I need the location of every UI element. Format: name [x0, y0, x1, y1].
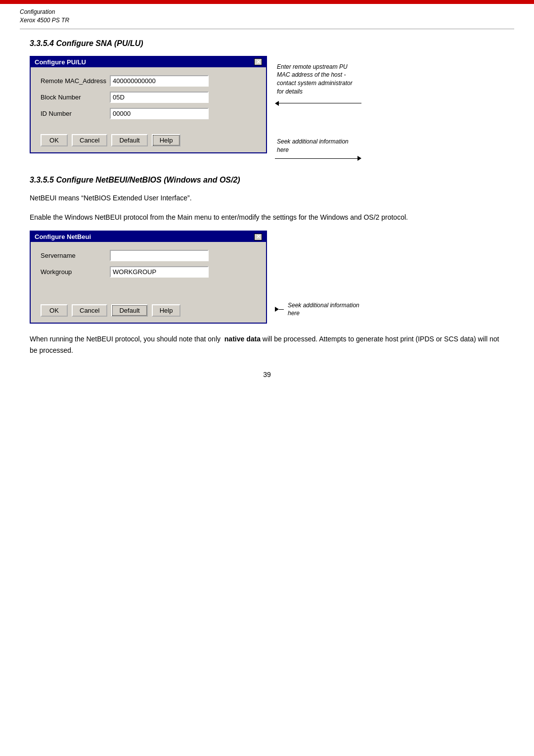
pulu-ok-button[interactable]: OK	[41, 134, 68, 146]
netbeui-default-button[interactable]: Default	[111, 304, 147, 317]
pulu-label-2: ID Number	[41, 110, 110, 117]
pulu-input-id[interactable]	[110, 108, 209, 119]
netbeui-dialog-body: Servername Workgroup	[31, 242, 266, 288]
netbeui-help-callout: Seek additional information here	[286, 299, 372, 320]
pulu-input-block[interactable]	[110, 92, 209, 103]
netbeui-cancel-button[interactable]: Cancel	[72, 304, 107, 317]
pulu-field-row-2: ID Number	[41, 108, 256, 119]
header-line2: Xerox 4500 PS TR	[20, 16, 514, 25]
netbeui-field-row-1: Workgroup	[41, 266, 256, 278]
netbeui-label-1: Workgroup	[41, 268, 110, 276]
section2-body2: Enable the Windows NetBEUI protocol from…	[30, 212, 504, 223]
pulu-input-mac[interactable]	[110, 75, 209, 87]
netbeui-dialog: Configure NetBeui ✕ Servername Workgroup	[30, 231, 267, 324]
netbeui-annotation-area: Seek additional information here	[275, 231, 372, 320]
header-line1: Configuration	[20, 8, 514, 16]
netbeui-annotation-wrapper: Seek additional information here	[275, 299, 372, 320]
header: Configuration Xerox 4500 PS TR	[0, 4, 534, 27]
pulu-dialog-buttons: OK Cancel Default Help	[31, 130, 266, 152]
section2-body3-prefix: When running the NetBEUI protocol, you s…	[30, 335, 224, 343]
netbeui-label-0: Servername	[41, 252, 110, 259]
pulu-dialog-title: Configure PU/LU	[35, 58, 86, 66]
netbeui-dialog-titlebar: Configure NetBeui ✕	[31, 232, 266, 242]
pulu-mac-annotation: Enter remote upstream PU MAC address of …	[275, 61, 361, 106]
section2-body1: NetBEUI means “NetBIOS Extended User Int…	[30, 192, 504, 203]
pulu-help-arrow	[275, 156, 361, 161]
netbeui-input-workgroup[interactable]	[110, 266, 209, 278]
page-content: 3.3.5.4 Configure SNA (PU/LU) Configure …	[0, 29, 534, 398]
pulu-dialog-body: Remote MAC_Address Block Number ID Numbe…	[31, 67, 266, 130]
netbeui-help-arrowhead	[275, 307, 279, 312]
pulu-mac-arrow	[275, 101, 361, 106]
pulu-default-button[interactable]: Default	[111, 134, 147, 146]
pulu-dialog-titlebar: Configure PU/LU ✕	[31, 57, 266, 67]
netbeui-dialog-buttons: OK Cancel Default Help	[31, 300, 266, 323]
pulu-label-0: Remote MAC_Address	[41, 77, 110, 85]
pulu-help-arrowhead	[357, 156, 361, 161]
netbeui-help-button[interactable]: Help	[152, 304, 181, 317]
pulu-help-callout: Seek additional information here	[275, 136, 361, 156]
section2-body3: When running the NetBEUI protocol, you s…	[30, 333, 504, 356]
pulu-cancel-button[interactable]: Cancel	[72, 134, 107, 146]
pulu-help-arrowline	[275, 158, 357, 159]
pulu-dialog: Configure PU/LU ✕ Remote MAC_Address Blo…	[30, 56, 267, 153]
netbeui-dialog-title: Configure NetBeui	[35, 233, 91, 240]
pulu-mac-arrowhead	[275, 101, 279, 106]
netbeui-help-arrowline	[279, 309, 284, 310]
netbeui-input-server[interactable]	[110, 250, 209, 261]
pulu-help-annotation: Seek additional information here	[275, 136, 361, 161]
pulu-mac-callout: Enter remote upstream PU MAC address of …	[275, 61, 361, 98]
top-bar	[0, 0, 534, 4]
pulu-label-1: Block Number	[41, 94, 110, 101]
netbeui-section: 3.3.5.5 Configure NetBEUI/NetBIOS (Windo…	[30, 176, 504, 356]
pulu-help-button[interactable]: Help	[152, 134, 181, 146]
pulu-field-row-0: Remote MAC_Address	[41, 75, 256, 87]
netbeui-ok-button[interactable]: OK	[41, 304, 68, 317]
pulu-section: Configure PU/LU ✕ Remote MAC_Address Blo…	[30, 56, 504, 161]
section2-title: 3.3.5.5 Configure NetBEUI/NetBIOS (Windo…	[30, 176, 504, 185]
pulu-mac-arrowline	[279, 103, 361, 103]
section1-title: 3.3.5.4 Configure SNA (PU/LU)	[30, 39, 504, 48]
pulu-field-row-1: Block Number	[41, 92, 256, 103]
section2-body3-bold: native data	[224, 335, 261, 343]
netbeui-wrapper: Configure NetBeui ✕ Servername Workgroup	[30, 231, 504, 324]
pulu-annotations: Enter remote upstream PU MAC address of …	[275, 56, 361, 161]
pulu-dialog-close[interactable]: ✕	[254, 58, 262, 65]
netbeui-dialog-close[interactable]: ✕	[254, 234, 262, 240]
netbeui-field-row-0: Servername	[41, 250, 256, 261]
page-number: 39	[30, 371, 504, 378]
